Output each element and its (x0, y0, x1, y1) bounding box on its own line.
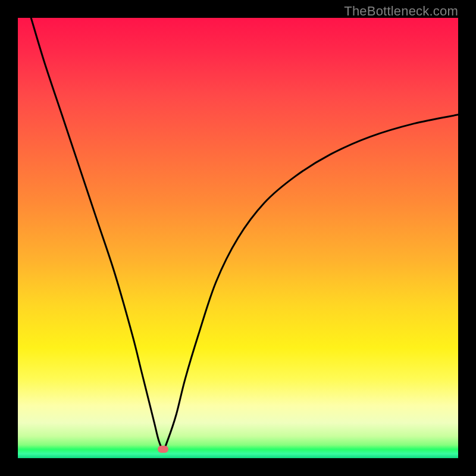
chart-frame: TheBottleneck.com (0, 0, 476, 476)
bottleneck-curve (18, 18, 458, 458)
optimal-point-marker (158, 446, 168, 453)
watermark-text: TheBottleneck.com (344, 4, 458, 19)
chart-plot-area (18, 18, 458, 458)
